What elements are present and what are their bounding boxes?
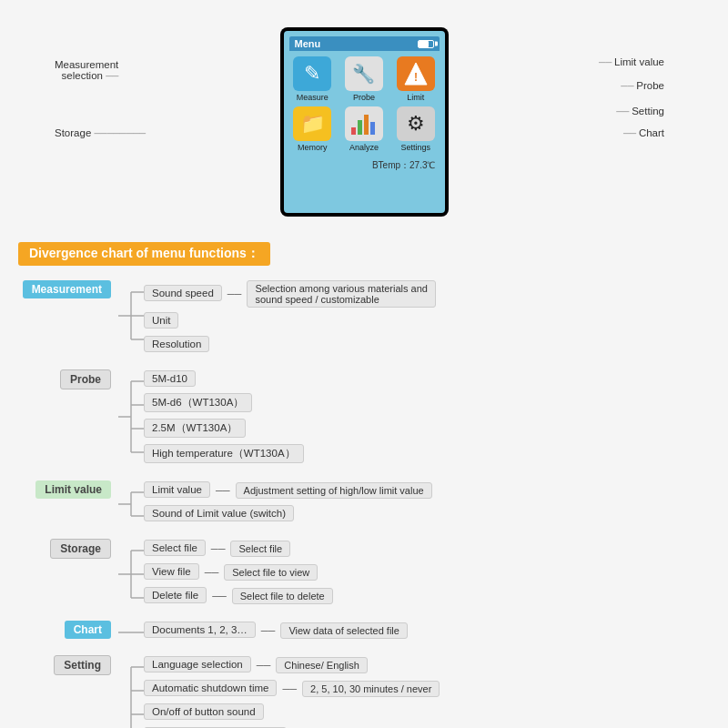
item-row: Documents 1, 2, 3…──View data of selecte… bbox=[144, 621, 408, 641]
sub-item-name: Unit bbox=[144, 312, 178, 329]
sub-item-name: View file bbox=[144, 563, 199, 580]
battery-icon bbox=[418, 40, 434, 48]
connector-svg-setting bbox=[118, 655, 144, 728]
arrow-icon: ── bbox=[257, 660, 271, 671]
callout-limit-value: ── Limit value bbox=[599, 56, 664, 67]
func-label-measurement: Measurement bbox=[23, 280, 111, 298]
callout-setting: ── Setting bbox=[616, 106, 664, 116]
items-col-setting: Language selection──Chinese/ EnglishAuto… bbox=[144, 655, 440, 728]
sub-item-name: Documents 1, 2, 3… bbox=[144, 622, 256, 638]
func-group-chart: ChartDocuments 1, 2, 3…──View data of se… bbox=[27, 621, 710, 644]
items-col-measurement: Sound speed──Selection among various mat… bbox=[144, 280, 436, 359]
sub-item-name: Sound speed bbox=[144, 285, 222, 301]
callout-measurement: Measurementselection ── bbox=[55, 59, 118, 81]
func-group-limitvalue: Limit valueLimit value──Adjustment setti… bbox=[27, 480, 710, 528]
item-row: 5M-d6（WT130A） bbox=[144, 393, 304, 415]
sub-item-name: Sound of Limit value (switch) bbox=[144, 505, 294, 521]
callout-storage: Storage ──────── bbox=[55, 127, 146, 138]
memory-label: Memory bbox=[298, 143, 328, 152]
sub-item-name: 5M-d6（WT130A） bbox=[144, 393, 252, 412]
chart-body: MeasurementSound speed──Selection among … bbox=[18, 280, 710, 728]
device-section: Measurementselection ── Storage ────────… bbox=[18, 18, 710, 226]
label-col-storage: Storage bbox=[27, 539, 118, 559]
items-col-storage: Select file──Select fileView file──Selec… bbox=[144, 539, 333, 610]
item-row: Unit bbox=[144, 311, 436, 331]
icon-cell-memory[interactable]: 📁 Memory bbox=[289, 106, 337, 152]
item-row: Automatic shutdown time──2, 5, 10, 30 mi… bbox=[144, 679, 440, 699]
svg-rect-5 bbox=[370, 122, 375, 135]
icon-cell-measure[interactable]: ✎ Measure bbox=[289, 56, 337, 102]
arrow-icon: ── bbox=[282, 683, 297, 694]
settings-label: Settings bbox=[400, 143, 430, 152]
limit-icon-box: ! bbox=[397, 56, 435, 91]
desc-box: Chinese/ English bbox=[276, 657, 368, 673]
desc-box: Select file to view bbox=[224, 564, 318, 581]
desc-box: Select file bbox=[230, 541, 290, 557]
func-label-setting: Setting bbox=[54, 655, 111, 675]
item-row: View file──Select file to view bbox=[144, 562, 333, 582]
device-frame: Menu ✎ Measure 🔧 Probe bbox=[280, 27, 449, 217]
sub-item-name: Delete file bbox=[144, 587, 207, 603]
label-col-limitvalue: Limit value bbox=[27, 480, 118, 499]
icon-cell-settings[interactable]: ⚙ Settings bbox=[392, 106, 440, 152]
probe-icon-box: 🔧 bbox=[345, 56, 383, 91]
menu-label: Menu bbox=[295, 38, 321, 49]
limit-label: Limit bbox=[407, 93, 424, 102]
item-row: On/off of button sound bbox=[144, 703, 440, 723]
sub-item-name: On/off of button sound bbox=[144, 703, 264, 720]
battery-inner bbox=[419, 41, 429, 47]
memory-icon-box: 📁 bbox=[293, 106, 331, 141]
svg-rect-3 bbox=[358, 120, 362, 135]
connector-svg-chart bbox=[118, 621, 144, 644]
sub-item-name: Automatic shutdown time bbox=[144, 680, 277, 696]
limit-icon-svg: ! bbox=[403, 61, 429, 86]
item-row: High temperature（WT130A） bbox=[144, 444, 304, 466]
arrow-icon: ── bbox=[211, 543, 226, 554]
item-row: 5M-d10 bbox=[144, 369, 304, 389]
device-screen: Menu ✎ Measure 🔧 Probe bbox=[284, 31, 445, 213]
sub-item-name: High temperature（WT130A） bbox=[144, 444, 304, 463]
icon-cell-analyze[interactable]: Analyze bbox=[340, 106, 388, 152]
label-col-setting: Setting bbox=[27, 655, 118, 675]
func-label-storage: Storage bbox=[50, 539, 111, 559]
icon-cell-probe[interactable]: 🔧 Probe bbox=[340, 56, 388, 102]
item-row: Sound speed──Selection among various mat… bbox=[144, 280, 436, 308]
func-group-setting: SettingLanguage selection──Chinese/ Engl… bbox=[27, 655, 710, 728]
item-row: Language selection──Chinese/ English bbox=[144, 655, 440, 675]
sub-item-name: 5M-d10 bbox=[144, 370, 196, 387]
settings-icon-box: ⚙ bbox=[397, 106, 435, 141]
connector-svg-storage bbox=[118, 539, 144, 610]
arrow-icon: ── bbox=[216, 485, 230, 496]
icon-cell-limit[interactable]: ! Limit bbox=[392, 56, 440, 102]
item-row: Limit value──Adjustment setting of high/… bbox=[144, 480, 432, 500]
item-row: Select file──Select file bbox=[144, 539, 333, 559]
connector-svg-limitvalue bbox=[118, 480, 144, 528]
item-row: 2.5M（WT130A） bbox=[144, 419, 304, 440]
func-label-chart: Chart bbox=[65, 621, 111, 639]
sub-item-name: Resolution bbox=[144, 336, 209, 352]
screen-menu-bar: Menu bbox=[289, 36, 440, 51]
func-label-probe: Probe bbox=[60, 369, 111, 389]
label-col-chart: Chart bbox=[27, 621, 118, 639]
arrow-icon: ── bbox=[205, 567, 219, 578]
desc-box: View data of selected file bbox=[280, 622, 407, 639]
item-row: Delete file──Select file to delete bbox=[144, 586, 333, 606]
svg-rect-2 bbox=[351, 127, 356, 135]
sub-item-name: Language selection bbox=[144, 656, 251, 672]
analyze-label: Analyze bbox=[349, 143, 379, 152]
desc-box: Select file to delete bbox=[232, 588, 333, 604]
divergence-section: Divergence chart of menu functions： Meas… bbox=[18, 242, 710, 728]
item-row: Resolution bbox=[144, 335, 436, 355]
sub-item-name: 2.5M（WT130A） bbox=[144, 419, 246, 438]
arrow-icon: ── bbox=[261, 625, 276, 636]
page-wrapper: Measurementselection ── Storage ────────… bbox=[0, 0, 728, 728]
label-col-measurement: Measurement bbox=[27, 280, 118, 298]
arrow-icon: ── bbox=[228, 288, 242, 299]
probe-label: Probe bbox=[353, 93, 375, 102]
analyze-icon-svg bbox=[350, 111, 378, 136]
sub-item-name: Select file bbox=[144, 540, 206, 556]
svg-text:!: ! bbox=[414, 71, 418, 84]
arrow-icon: ── bbox=[212, 591, 227, 602]
callout-chart: ── Chart bbox=[623, 127, 664, 138]
items-col-chart: Documents 1, 2, 3…──View data of selecte… bbox=[144, 621, 408, 644]
